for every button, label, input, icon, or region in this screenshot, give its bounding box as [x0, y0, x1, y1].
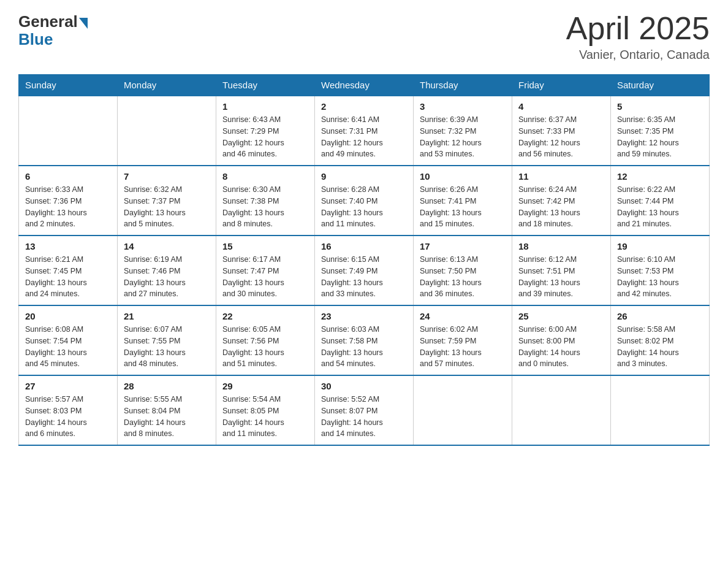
day-number: 8: [222, 171, 308, 182]
day-info: Sunrise: 6:19 AM Sunset: 7:46 PM Dayligh…: [124, 254, 210, 300]
day-info: Sunrise: 6:07 AM Sunset: 7:55 PM Dayligh…: [124, 324, 210, 370]
day-number: 21: [124, 311, 210, 321]
calendar-cell: 8Sunrise: 6:30 AM Sunset: 7:38 PM Daylig…: [216, 166, 315, 236]
day-info: Sunrise: 6:00 AM Sunset: 8:00 PM Dayligh…: [518, 324, 604, 370]
day-info: Sunrise: 6:30 AM Sunset: 7:38 PM Dayligh…: [222, 184, 308, 230]
day-info: Sunrise: 6:10 AM Sunset: 7:53 PM Dayligh…: [617, 254, 703, 300]
calendar-cell: [611, 375, 710, 445]
calendar-cell: 13Sunrise: 6:21 AM Sunset: 7:45 PM Dayli…: [19, 236, 118, 305]
day-number: 6: [25, 171, 111, 182]
calendar-cell: 4Sunrise: 6:37 AM Sunset: 7:33 PM Daylig…: [512, 96, 611, 166]
calendar-cell: 10Sunrise: 6:26 AM Sunset: 7:41 PM Dayli…: [414, 166, 512, 236]
day-number: 16: [321, 241, 407, 251]
calendar-cell: [512, 375, 611, 445]
day-number: 22: [222, 311, 308, 321]
calendar-cell: 6Sunrise: 6:33 AM Sunset: 7:36 PM Daylig…: [19, 166, 118, 236]
calendar-cell: 20Sunrise: 6:08 AM Sunset: 7:54 PM Dayli…: [19, 305, 118, 375]
day-number: 2: [321, 101, 407, 112]
day-number: 18: [518, 241, 604, 251]
day-number: 11: [518, 171, 604, 182]
day-of-week-header: Monday: [118, 75, 216, 96]
day-number: 1: [222, 101, 308, 112]
location: Vanier, Ontario, Canada: [566, 48, 710, 62]
calendar-cell: 17Sunrise: 6:13 AM Sunset: 7:50 PM Dayli…: [414, 236, 512, 305]
day-info: Sunrise: 6:13 AM Sunset: 7:50 PM Dayligh…: [420, 254, 506, 300]
day-of-week-header: Saturday: [611, 75, 710, 96]
day-info: Sunrise: 6:05 AM Sunset: 7:56 PM Dayligh…: [222, 324, 308, 370]
calendar-header: SundayMondayTuesdayWednesdayThursdayFrid…: [19, 75, 710, 96]
day-info: Sunrise: 6:08 AM Sunset: 7:54 PM Dayligh…: [25, 324, 111, 370]
calendar-cell: 28Sunrise: 5:55 AM Sunset: 8:04 PM Dayli…: [118, 375, 216, 445]
calendar-cell: 29Sunrise: 5:54 AM Sunset: 8:05 PM Dayli…: [216, 375, 315, 445]
calendar-cell: 23Sunrise: 6:03 AM Sunset: 7:58 PM Dayli…: [315, 305, 414, 375]
calendar-cell: 1Sunrise: 6:43 AM Sunset: 7:29 PM Daylig…: [216, 96, 315, 166]
day-number: 23: [321, 311, 407, 321]
day-info: Sunrise: 6:17 AM Sunset: 7:47 PM Dayligh…: [222, 254, 308, 300]
day-number: 14: [124, 241, 210, 251]
day-of-week-header: Tuesday: [216, 75, 315, 96]
day-info: Sunrise: 6:33 AM Sunset: 7:36 PM Dayligh…: [25, 184, 111, 230]
month-title: April 2025: [566, 12, 710, 44]
calendar-cell: [118, 96, 216, 166]
calendar-cell: 19Sunrise: 6:10 AM Sunset: 7:53 PM Dayli…: [611, 236, 710, 305]
calendar-cell: 26Sunrise: 5:58 AM Sunset: 8:02 PM Dayli…: [611, 305, 710, 375]
day-info: Sunrise: 6:32 AM Sunset: 7:37 PM Dayligh…: [124, 184, 210, 230]
calendar-cell: 22Sunrise: 6:05 AM Sunset: 7:56 PM Dayli…: [216, 305, 315, 375]
calendar-cell: 3Sunrise: 6:39 AM Sunset: 7:32 PM Daylig…: [414, 96, 512, 166]
calendar-body: 1Sunrise: 6:43 AM Sunset: 7:29 PM Daylig…: [19, 96, 710, 445]
day-info: Sunrise: 6:21 AM Sunset: 7:45 PM Dayligh…: [25, 254, 111, 300]
day-info: Sunrise: 6:39 AM Sunset: 7:32 PM Dayligh…: [420, 114, 506, 160]
calendar-cell: 25Sunrise: 6:00 AM Sunset: 8:00 PM Dayli…: [512, 305, 611, 375]
day-info: Sunrise: 5:58 AM Sunset: 8:02 PM Dayligh…: [617, 324, 703, 370]
logo: General Blue: [18, 12, 88, 49]
day-number: 7: [124, 171, 210, 182]
calendar-cell: 11Sunrise: 6:24 AM Sunset: 7:42 PM Dayli…: [512, 166, 611, 236]
day-info: Sunrise: 6:12 AM Sunset: 7:51 PM Dayligh…: [518, 254, 604, 300]
calendar-cell: 24Sunrise: 6:02 AM Sunset: 7:59 PM Dayli…: [414, 305, 512, 375]
calendar-cell: 7Sunrise: 6:32 AM Sunset: 7:37 PM Daylig…: [118, 166, 216, 236]
day-of-week-header: Friday: [512, 75, 611, 96]
calendar-cell: [19, 96, 118, 166]
day-info: Sunrise: 6:15 AM Sunset: 7:49 PM Dayligh…: [321, 254, 407, 300]
page-header: General Blue April 2025 Vanier, Ontario,…: [18, 12, 710, 62]
day-info: Sunrise: 5:57 AM Sunset: 8:03 PM Dayligh…: [25, 394, 111, 440]
day-of-week-header: Wednesday: [315, 75, 414, 96]
day-number: 4: [518, 101, 604, 112]
day-info: Sunrise: 6:35 AM Sunset: 7:35 PM Dayligh…: [617, 114, 703, 160]
day-info: Sunrise: 5:54 AM Sunset: 8:05 PM Dayligh…: [222, 394, 308, 440]
title-section: April 2025 Vanier, Ontario, Canada: [566, 12, 710, 62]
calendar-cell: 27Sunrise: 5:57 AM Sunset: 8:03 PM Dayli…: [19, 375, 118, 445]
day-info: Sunrise: 5:52 AM Sunset: 8:07 PM Dayligh…: [321, 394, 407, 440]
day-number: 5: [617, 101, 703, 112]
day-number: 28: [124, 381, 210, 391]
day-number: 13: [25, 241, 111, 251]
day-number: 24: [420, 311, 506, 321]
day-info: Sunrise: 6:37 AM Sunset: 7:33 PM Dayligh…: [518, 114, 604, 160]
day-info: Sunrise: 6:03 AM Sunset: 7:58 PM Dayligh…: [321, 324, 407, 370]
day-info: Sunrise: 6:26 AM Sunset: 7:41 PM Dayligh…: [420, 184, 506, 230]
day-number: 15: [222, 241, 308, 251]
day-number: 17: [420, 241, 506, 251]
header-row: SundayMondayTuesdayWednesdayThursdayFrid…: [19, 75, 710, 96]
day-number: 27: [25, 381, 111, 391]
calendar-week-row: 20Sunrise: 6:08 AM Sunset: 7:54 PM Dayli…: [19, 305, 710, 375]
calendar-cell: 30Sunrise: 5:52 AM Sunset: 8:07 PM Dayli…: [315, 375, 414, 445]
day-number: 9: [321, 171, 407, 182]
calendar-cell: 9Sunrise: 6:28 AM Sunset: 7:40 PM Daylig…: [315, 166, 414, 236]
logo-blue-text: Blue: [18, 30, 53, 49]
day-number: 26: [617, 311, 703, 321]
calendar-cell: 15Sunrise: 6:17 AM Sunset: 7:47 PM Dayli…: [216, 236, 315, 305]
day-of-week-header: Thursday: [414, 75, 512, 96]
day-info: Sunrise: 6:24 AM Sunset: 7:42 PM Dayligh…: [518, 184, 604, 230]
calendar-table: SundayMondayTuesdayWednesdayThursdayFrid…: [18, 74, 710, 446]
calendar-cell: [414, 375, 512, 445]
calendar-cell: 21Sunrise: 6:07 AM Sunset: 7:55 PM Dayli…: [118, 305, 216, 375]
calendar-week-row: 27Sunrise: 5:57 AM Sunset: 8:03 PM Dayli…: [19, 375, 710, 445]
day-info: Sunrise: 6:28 AM Sunset: 7:40 PM Dayligh…: [321, 184, 407, 230]
calendar-week-row: 13Sunrise: 6:21 AM Sunset: 7:45 PM Dayli…: [19, 236, 710, 305]
calendar-week-row: 1Sunrise: 6:43 AM Sunset: 7:29 PM Daylig…: [19, 96, 710, 166]
day-number: 10: [420, 171, 506, 182]
day-info: Sunrise: 5:55 AM Sunset: 8:04 PM Dayligh…: [124, 394, 210, 440]
logo-arrow-icon: [79, 18, 88, 29]
day-of-week-header: Sunday: [19, 75, 118, 96]
